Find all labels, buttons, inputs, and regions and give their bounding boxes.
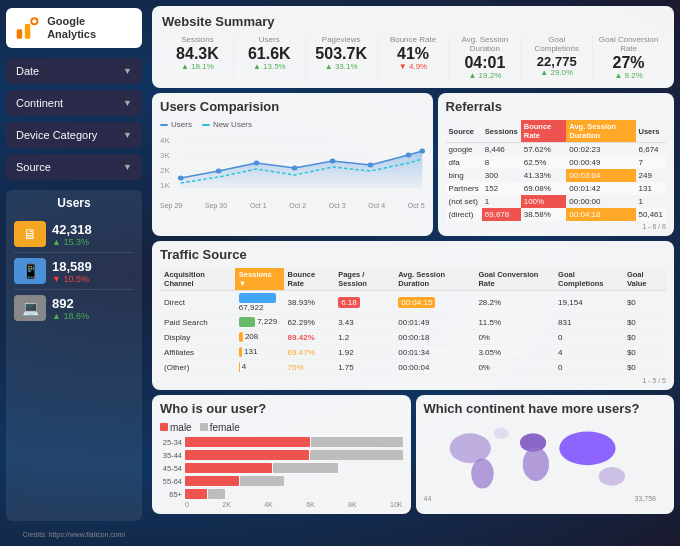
map-label-right: 33,758	[635, 495, 656, 502]
ref-bounce-0: 57.62%	[521, 143, 567, 157]
logo-text: Google Analytics	[47, 15, 134, 41]
male-legend: male	[160, 422, 192, 433]
svg-point-26	[493, 428, 508, 439]
mobile-row: 📱 18,589 ▼ 10.5%	[14, 253, 134, 290]
map-label-left: 44	[424, 495, 432, 502]
traffic-bounce-4: 75%	[284, 360, 335, 375]
age-bar-container-0	[185, 437, 403, 447]
svg-rect-1	[25, 24, 30, 39]
x-label-1: Sep 30	[205, 202, 227, 209]
traffic-pages-4: 1.75	[334, 360, 394, 375]
mobile-stats: 18,589 ▼ 10.5%	[52, 259, 134, 284]
traffic-gc-3: 4	[554, 345, 623, 360]
continent-filter-label: Continent	[16, 97, 63, 109]
svg-point-24	[559, 431, 615, 465]
ref-header-sessions: Sessions	[482, 120, 521, 143]
traffic-gcr-4: 0%	[474, 360, 554, 375]
traffic-duration-4: 00:00:04	[394, 360, 474, 375]
duration-label: Avg. Session Duration	[453, 35, 516, 53]
pageviews-value: 503.7K	[310, 46, 373, 62]
ref-header-source: Source	[446, 120, 482, 143]
svg-point-20	[449, 433, 490, 463]
age-axis: 0 2K 4K 6K 8K 10K	[160, 501, 403, 508]
date-chevron: ▼	[123, 66, 132, 76]
traffic-gv-1: $0	[623, 315, 666, 330]
desktop-change: ▲ 15.3%	[52, 237, 134, 247]
metric-sessions: Sessions 84.3K ▲ 18.1%	[162, 35, 234, 80]
traffic-bounce-3: 69.47%	[284, 345, 335, 360]
date-filter[interactable]: Date ▼	[6, 58, 142, 84]
traffic-gc-4: 0	[554, 360, 623, 375]
summary-metrics: Sessions 84.3K ▲ 18.1% Users 61.6K ▲ 13.…	[162, 35, 664, 80]
traffic-channel-2: Display	[160, 330, 235, 345]
traffic-duration-0: 00:04:15	[394, 291, 474, 315]
tablet-stats: 892 ▲ 18.6%	[52, 296, 134, 321]
svg-point-18	[406, 153, 412, 158]
svg-point-23	[522, 447, 548, 481]
traffic-gcr-0: 28.2%	[474, 291, 554, 315]
traffic-gcr-3: 3.05%	[474, 345, 554, 360]
age-bars: 25-34 35-44 45-54 55-64 65+	[160, 437, 403, 499]
traffic-header-gc: Goal Completions	[554, 268, 623, 291]
x-label-4: Oct 3	[329, 202, 346, 209]
world-map: 44 33,758	[424, 422, 667, 502]
continent-filter[interactable]: Continent ▼	[6, 90, 142, 116]
conv-rate-label: Goal Conversion Rate	[597, 35, 660, 53]
metric-goal-completions: Goal Completions 22,775 ▲ 29.0%	[521, 35, 593, 80]
ref-duration-5: 00:04:18	[566, 208, 635, 221]
ref-bounce-3: 69.08%	[521, 182, 567, 195]
traffic-gcr-1: 11.5%	[474, 315, 554, 330]
users-comparison-card: Users Comparision Users New Users 4K 3K	[152, 93, 433, 236]
desktop-row: 🖥 42,318 ▲ 15.3%	[14, 216, 134, 253]
traffic-header-gcr: Goal Conversion Rate	[474, 268, 554, 291]
male-bar-4	[185, 489, 207, 499]
ref-header-duration: Avg. Session Duration	[566, 120, 635, 143]
ref-users-0: 6,674	[636, 143, 666, 157]
ref-users-2: 249	[636, 169, 666, 182]
ref-duration-0: 00:02:23	[566, 143, 635, 157]
traffic-header-sessions: Sessions ▼	[235, 268, 284, 291]
referral-row-0: google 8,446 57.62% 00:02:23 6,674	[446, 143, 666, 157]
main-content: Website Summary Sessions 84.3K ▲ 18.1% U…	[148, 0, 680, 546]
traffic-gcr-2: 0%	[474, 330, 554, 345]
ref-sessions-1: 8	[482, 156, 521, 169]
referrals-pagination: 1 - 6 / 6	[446, 223, 666, 230]
legend-users-label: Users	[171, 120, 192, 129]
ref-duration-4: 00:00:00	[566, 195, 635, 208]
referrals-table: Source Sessions Bounce Rate Avg. Session…	[446, 120, 666, 221]
traffic-gv-4: $0	[623, 360, 666, 375]
male-dot	[160, 423, 168, 431]
date-filter-label: Date	[16, 65, 39, 77]
traffic-channel-4: (Other)	[160, 360, 235, 375]
traffic-pagination: 1 - 5 / 5	[160, 377, 666, 384]
ref-bounce-4: 100%	[521, 195, 567, 208]
female-bar-1	[310, 450, 403, 460]
continent-chevron: ▼	[123, 98, 132, 108]
logo-box: Google Analytics	[6, 8, 142, 48]
device-category-filter[interactable]: Device Category ▼	[6, 122, 142, 148]
tablet-change: ▲ 18.6%	[52, 311, 134, 321]
svg-point-13	[216, 169, 222, 174]
ref-source-4: (not set)	[446, 195, 482, 208]
ref-duration-1: 00:00:49	[566, 156, 635, 169]
traffic-gc-2: 0	[554, 330, 623, 345]
continent-card: Which continent have more users?	[416, 395, 675, 514]
age-bar-container-4	[185, 489, 403, 499]
age-row-3: 55-64	[160, 476, 403, 486]
ref-users-4: 1	[636, 195, 666, 208]
ref-bounce-2: 41.33%	[521, 169, 567, 182]
svg-text:2K: 2K	[160, 167, 170, 175]
tablet-count: 892	[52, 296, 134, 311]
map-svg	[424, 422, 667, 497]
desktop-count: 42,318	[52, 222, 134, 237]
age-row-0: 25-34	[160, 437, 403, 447]
male-bar-2	[185, 463, 272, 473]
source-filter[interactable]: Source ▼	[6, 154, 142, 180]
ref-sessions-5: 69,678	[482, 208, 521, 221]
traffic-table: Acquisition Channel Sessions ▼ Bounce Ra…	[160, 268, 666, 375]
traffic-channel-1: Paid Search	[160, 315, 235, 330]
svg-point-16	[330, 159, 336, 164]
svg-point-14	[254, 161, 260, 166]
svg-point-15	[292, 166, 298, 171]
traffic-channel-0: Direct	[160, 291, 235, 315]
